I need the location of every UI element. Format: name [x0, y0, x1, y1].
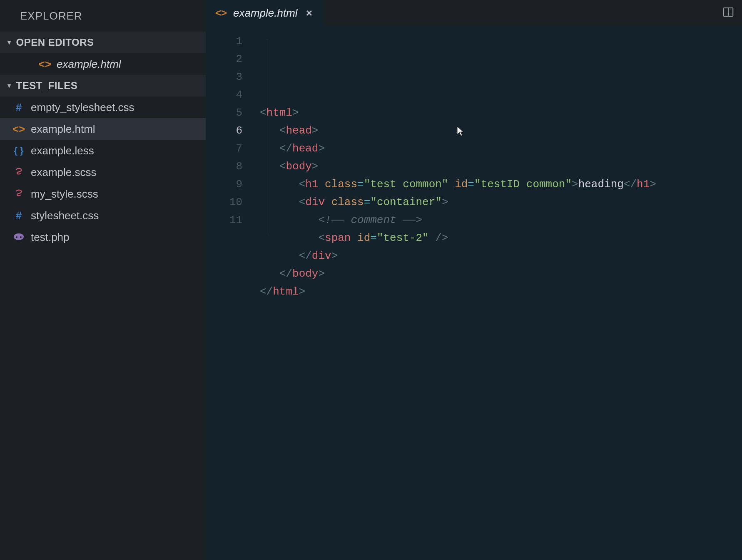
file-tree-item[interactable]: #empty_stylesheet.css — [0, 97, 206, 118]
code-line[interactable]: <html> — [260, 104, 742, 122]
file-name: example.html — [57, 58, 121, 71]
editor-pane: <> example.html × 1234567891011 <html> <… — [206, 0, 742, 560]
line-number: 3 — [206, 68, 242, 86]
code-line[interactable]: <h1 class="test common" id="testID commo… — [260, 176, 742, 193]
code-line[interactable]: </html> — [260, 283, 742, 301]
open-editors-section[interactable]: ▾ OPEN EDITORS — [0, 32, 206, 53]
folder-label: TEST_FILES — [16, 80, 78, 92]
line-number: 11 — [206, 211, 242, 229]
code-line[interactable]: <div class="container"> — [260, 193, 742, 211]
chevron-down-icon: ▾ — [7, 39, 11, 46]
file-tree-item[interactable]: { }example.less — [0, 140, 206, 161]
close-icon[interactable]: × — [304, 7, 315, 20]
code-line[interactable]: <body> — [260, 158, 742, 176]
line-number: 9 — [206, 176, 242, 193]
file-name: empty_stylesheet.css — [31, 101, 134, 114]
file-tree-item[interactable]: my_style.scss — [0, 183, 206, 205]
svg-point-0 — [14, 233, 24, 240]
code-line[interactable]: </body> — [260, 265, 742, 283]
line-number: 6 — [206, 122, 242, 140]
svg-point-2 — [20, 236, 22, 238]
tab-label: example.html — [233, 7, 298, 20]
hash-file-icon: # — [12, 102, 25, 113]
scss-file-icon — [12, 188, 25, 200]
code-line[interactable]: </head> — [260, 140, 742, 158]
file-tree-item[interactable]: test.php — [0, 226, 206, 248]
code-editor[interactable]: 1234567891011 <html> <head> </head> <bod… — [206, 26, 742, 560]
explorer-sidebar: EXPLORER ▾ OPEN EDITORS <>example.html ▾… — [0, 0, 206, 560]
file-tree-item[interactable]: #stylesheet.css — [0, 205, 206, 226]
scss-file-icon — [12, 166, 25, 178]
sidebar-title: EXPLORER — [0, 0, 206, 32]
line-number-gutter: 1234567891011 — [206, 32, 260, 560]
line-number: 1 — [206, 32, 242, 50]
open-editor-item[interactable]: <>example.html — [0, 53, 206, 75]
line-number: 10 — [206, 193, 242, 211]
file-name: example.html — [31, 123, 95, 136]
line-number: 8 — [206, 158, 242, 176]
braces-file-icon: { } — [12, 146, 25, 155]
split-editor-icon[interactable] — [722, 6, 735, 20]
code-line[interactable]: <span id="test-2" /> — [260, 229, 742, 247]
tab-bar: <> example.html × — [206, 0, 742, 26]
editor-tab[interactable]: <> example.html × — [206, 0, 324, 26]
file-name: test.php — [31, 231, 70, 244]
hash-file-icon: # — [12, 210, 25, 221]
code-line[interactable]: <!—— comment ——> — [260, 211, 742, 229]
html-file-icon: <> — [215, 8, 227, 18]
line-number: 5 — [206, 104, 242, 122]
html-file-icon: <> — [12, 124, 25, 134]
code-line[interactable]: <head> — [260, 122, 742, 140]
code-line[interactable]: </div> — [260, 247, 742, 265]
open-editors-label: OPEN EDITORS — [16, 37, 94, 48]
file-tree-item[interactable]: <>example.html — [0, 118, 206, 140]
code-content[interactable]: <html> <head> </head> <body> <h1 class="… — [260, 32, 742, 560]
file-name: stylesheet.css — [31, 209, 99, 222]
svg-point-1 — [16, 236, 17, 238]
line-number: 2 — [206, 50, 242, 68]
file-name: my_style.scss — [31, 188, 98, 201]
line-number: 7 — [206, 140, 242, 158]
html-file-icon: <> — [38, 59, 51, 69]
file-name: example.scss — [31, 166, 97, 179]
chevron-down-icon: ▾ — [7, 82, 11, 89]
php-file-icon — [12, 232, 25, 243]
line-number: 4 — [206, 86, 242, 104]
file-tree-item[interactable]: example.scss — [0, 161, 206, 183]
file-name: example.less — [31, 144, 94, 157]
folder-section[interactable]: ▾ TEST_FILES — [0, 75, 206, 97]
